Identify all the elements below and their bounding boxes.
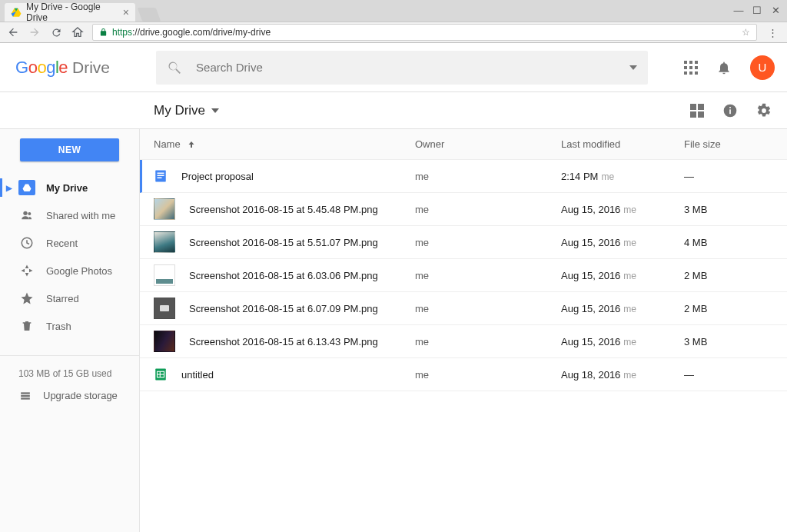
sidebar-item-photos[interactable]: Google Photos (0, 257, 139, 284)
svg-rect-16 (158, 178, 162, 179)
file-modified-by: me (620, 370, 636, 381)
nav-home-icon[interactable] (71, 26, 85, 38)
search-input[interactable]: Search Drive (156, 51, 648, 85)
drive-wordmark: Drive (71, 58, 110, 77)
file-modified: Aug 15, 2016 (561, 237, 620, 248)
file-size: 3 MB (684, 336, 772, 347)
url-bar[interactable]: https://drive.google.com/drive/my-drive … (92, 24, 757, 41)
column-size[interactable]: File size (684, 138, 772, 150)
upgrade-label: Upgrade storage (43, 390, 118, 401)
nav-forward-icon[interactable] (28, 26, 42, 38)
breadcrumb-title: My Drive (154, 103, 205, 118)
window-minimize-icon[interactable]: — (733, 5, 744, 16)
column-owner[interactable]: Owner (415, 138, 561, 150)
new-button[interactable]: NEW (20, 138, 119, 161)
file-name: Screenshot 2016-08-15 at 6.07.09 PM.png (189, 303, 378, 314)
file-modified-by: me (620, 337, 636, 347)
notifications-icon[interactable] (716, 60, 732, 75)
file-name: Project proposal (181, 171, 254, 182)
breadcrumb[interactable]: My Drive (154, 103, 219, 118)
google-drive-logo[interactable]: Google Drive (15, 58, 110, 78)
expand-triangle-icon[interactable]: ▶ (6, 184, 12, 192)
account-avatar[interactable]: U (750, 55, 775, 80)
file-modified: 2:14 PM (561, 171, 598, 182)
sidebar-item-recent[interactable]: Recent (0, 229, 139, 257)
file-row[interactable]: untitled me Aug 18, 2016me — (140, 358, 787, 391)
storage-text: 103 MB of 15 GB used (18, 368, 139, 379)
sidebar-item-my-drive[interactable]: ▶ My Drive (0, 174, 139, 201)
sort-arrow-up-icon (187, 140, 196, 149)
bookmark-star-icon[interactable]: ☆ (742, 27, 750, 38)
lock-icon (99, 28, 108, 37)
photos-icon (18, 264, 35, 278)
settings-gear-icon[interactable] (756, 103, 772, 118)
app-header: Google Drive Search Drive U (0, 43, 787, 92)
sidebar-item-starred[interactable]: Starred (0, 284, 139, 312)
svg-rect-15 (158, 175, 164, 177)
browser-toolbar: https://drive.google.com/drive/my-drive … (0, 22, 787, 43)
tab-title: My Drive - Google Drive (26, 2, 118, 23)
file-modified: Aug 15, 2016 (561, 303, 620, 314)
trash-icon (18, 319, 35, 333)
nav-reload-icon[interactable] (49, 27, 63, 38)
file-owner: me (415, 171, 561, 182)
sidebar-item-shared[interactable]: Shared with me (0, 201, 139, 229)
apps-grid-icon[interactable] (684, 61, 698, 75)
browser-menu-icon[interactable]: ⋮ (765, 27, 781, 38)
clock-icon (18, 236, 35, 250)
google-doc-icon (154, 165, 168, 187)
nav-back-icon[interactable] (6, 26, 20, 38)
file-row[interactable]: Screenshot 2016-08-15 at 5.45.48 PM.png … (140, 193, 787, 226)
file-size: — (684, 171, 772, 182)
file-name: Screenshot 2016-08-15 at 6.03.06 PM.png (189, 270, 378, 281)
search-options-icon[interactable] (629, 65, 637, 70)
drive-favicon-icon (11, 7, 22, 18)
file-owner: me (415, 237, 561, 248)
column-header-row: Name Owner Last modified File size (140, 129, 787, 160)
sidebar-item-label: My Drive (46, 182, 88, 194)
svg-point-8 (28, 212, 31, 215)
browser-tab[interactable]: My Drive - Google Drive × (5, 3, 135, 22)
sub-header: My Drive (0, 92, 787, 129)
tab-close-icon[interactable]: × (123, 7, 129, 18)
sidebar-item-label: Shared with me (46, 210, 115, 221)
svg-rect-11 (21, 394, 30, 396)
image-thumbnail-icon (154, 264, 175, 286)
file-row[interactable]: Project proposal me 2:14 PMme — (140, 160, 787, 193)
file-size: 3 MB (684, 204, 772, 215)
file-name: untitled (181, 369, 214, 381)
window-maximize-icon[interactable]: ☐ (752, 5, 762, 16)
file-row[interactable]: Screenshot 2016-08-15 at 6.13.43 PM.png … (140, 325, 787, 358)
file-modified: Aug 15, 2016 (561, 336, 620, 347)
browser-tabstrip: My Drive - Google Drive × — ☐ ✕ (0, 0, 787, 22)
image-thumbnail-icon (154, 231, 175, 253)
svg-rect-5 (729, 107, 731, 108)
file-modified: Aug 18, 2016 (561, 369, 620, 381)
file-name: Screenshot 2016-08-15 at 6.13.43 PM.png (189, 336, 378, 347)
sidebar-item-trash[interactable]: Trash (0, 312, 139, 340)
new-tab-button[interactable] (138, 8, 161, 22)
file-owner: me (415, 303, 561, 314)
upgrade-storage-button[interactable]: Upgrade storage (18, 390, 139, 401)
file-modified-by: me (620, 238, 636, 248)
google-sheet-icon (154, 364, 168, 385)
file-owner: me (415, 204, 561, 215)
file-modified-by: me (620, 204, 636, 215)
file-row[interactable]: Screenshot 2016-08-15 at 6.07.09 PM.png … (140, 292, 787, 325)
search-placeholder: Search Drive (196, 61, 263, 74)
file-row[interactable]: Screenshot 2016-08-15 at 5.51.07 PM.png … (140, 226, 787, 259)
url-text: https://drive.google.com/drive/my-drive (112, 27, 271, 38)
sidebar-item-label: Starred (46, 293, 79, 304)
file-row[interactable]: Screenshot 2016-08-15 at 6.03.06 PM.png … (140, 259, 787, 292)
svg-point-7 (23, 211, 27, 215)
google-wordmark: Google (15, 58, 68, 78)
file-modified-by: me (620, 304, 636, 314)
window-close-icon[interactable]: ✕ (770, 5, 781, 16)
image-thumbnail-icon (154, 331, 175, 352)
column-modified[interactable]: Last modified (561, 138, 684, 150)
grid-view-icon[interactable] (690, 104, 704, 118)
details-icon[interactable] (722, 103, 738, 118)
file-modified: Aug 15, 2016 (561, 270, 620, 281)
column-name[interactable]: Name (154, 138, 415, 150)
file-size: 4 MB (684, 237, 772, 248)
